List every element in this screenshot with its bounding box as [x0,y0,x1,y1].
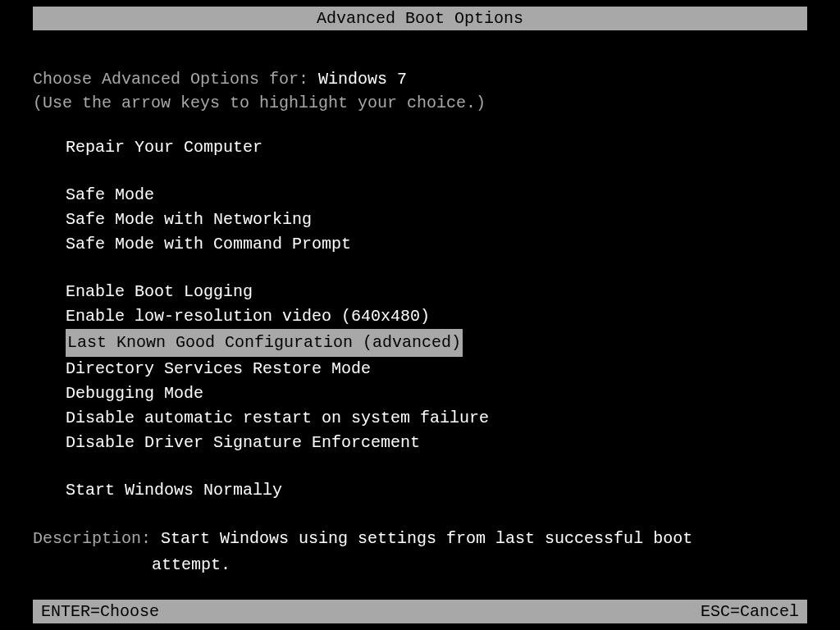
menu-item-row[interactable]: Last Known Good Configuration (advanced) [33,329,807,357]
footer-enter-hint: ENTER=Choose [41,602,159,621]
prompt-line: Choose Advanced Options for: Windows 7 [33,70,807,89]
menu-item-row[interactable]: Enable low-resolution video (640x480) [33,304,807,329]
menu-item[interactable]: Start Windows Normally [33,479,282,501]
menu-item[interactable]: Directory Services Restore Mode [33,358,371,380]
menu-group: Repair Your Computer [33,135,807,160]
description-text-line1: Start Windows using settings from last s… [161,529,692,548]
prompt-prefix: Choose Advanced Options for: [33,70,318,89]
menu-item-row[interactable]: Safe Mode with Networking [33,208,807,232]
menu-group: Start Windows Normally [33,478,807,503]
menu-item-row[interactable]: Safe Mode with Command Prompt [33,232,807,257]
page-title: Advanced Boot Options [317,9,523,28]
menu-item[interactable]: Debugging Mode [33,382,203,404]
instruction-line: (Use the arrow keys to highlight your ch… [33,94,807,112]
footer-esc-hint: ESC=Cancel [701,602,799,621]
menu-item-row[interactable]: Safe Mode [33,183,807,208]
menu-item-row[interactable]: Repair Your Computer [33,135,807,160]
title-bar: Advanced Boot Options [33,7,807,30]
description-section: Description: Start Windows using setting… [33,526,807,578]
menu-item[interactable]: Disable automatic restart on system fail… [33,407,489,429]
menu-item-row[interactable]: Directory Services Restore Mode [33,357,807,381]
description-label: Description: [33,529,161,548]
content-area: Choose Advanced Options for: Windows 7 (… [0,70,840,578]
boot-menu[interactable]: Repair Your ComputerSafe ModeSafe Mode w… [33,135,807,503]
menu-item[interactable]: Enable Boot Logging [33,281,253,303]
menu-item[interactable]: Safe Mode [33,184,154,206]
menu-item-row[interactable]: Enable Boot Logging [33,280,807,304]
menu-item[interactable]: Last Known Good Configuration (advanced) [66,329,463,357]
menu-group: Safe ModeSafe Mode with NetworkingSafe M… [33,183,807,257]
menu-item-row[interactable]: Start Windows Normally [33,478,807,503]
menu-item[interactable]: Repair Your Computer [33,136,262,158]
menu-item[interactable]: Enable low-resolution video (640x480) [33,305,430,327]
footer-bar: ENTER=Choose ESC=Cancel [33,600,807,623]
menu-item-row[interactable]: Disable automatic restart on system fail… [33,406,807,431]
menu-item-row[interactable]: Debugging Mode [33,381,807,406]
menu-group: Enable Boot LoggingEnable low-resolution… [33,280,807,455]
description-text-line2: attempt. [33,552,807,578]
menu-item[interactable]: Disable Driver Signature Enforcement [33,431,420,454]
menu-item-row[interactable]: Disable Driver Signature Enforcement [33,431,807,455]
menu-item[interactable]: Safe Mode with Command Prompt [33,233,351,255]
menu-item[interactable]: Safe Mode with Networking [33,208,312,231]
os-name: Windows 7 [318,70,407,89]
